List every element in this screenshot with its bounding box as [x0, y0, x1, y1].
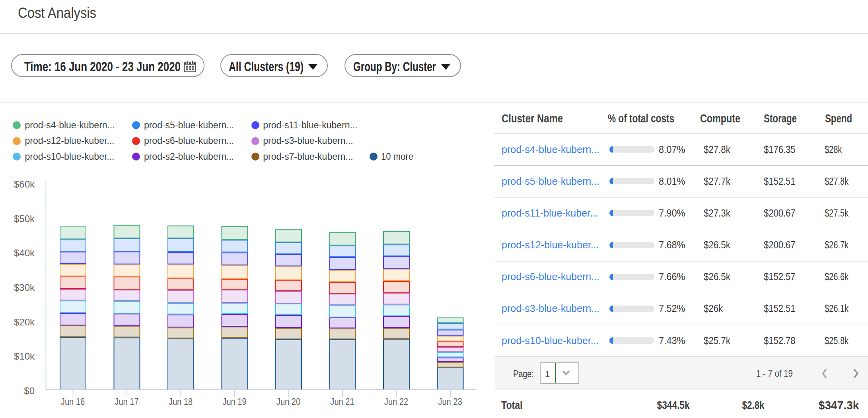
- svg-text:Jun 21: Jun 21: [330, 397, 354, 407]
- svg-text:Jun 22: Jun 22: [384, 397, 408, 407]
- svg-text:$20k: $20k: [14, 317, 35, 327]
- svg-text:$30k: $30k: [14, 282, 35, 293]
- svg-text:$60k: $60k: [14, 179, 35, 190]
- svg-text:Jun 17: Jun 17: [115, 397, 138, 407]
- svg-text:Jun 23: Jun 23: [438, 397, 462, 407]
- svg-text:Jun 16: Jun 16: [61, 397, 85, 407]
- svg-text:$0: $0: [24, 385, 35, 396]
- svg-text:Jun 18: Jun 18: [169, 397, 193, 407]
- svg-text:Jun 20: Jun 20: [276, 397, 300, 407]
- svg-text:Jun 19: Jun 19: [222, 397, 246, 407]
- svg-text:$10k: $10k: [14, 351, 35, 362]
- svg-text:$40k: $40k: [14, 248, 35, 258]
- svg-text:$50k: $50k: [14, 213, 35, 224]
